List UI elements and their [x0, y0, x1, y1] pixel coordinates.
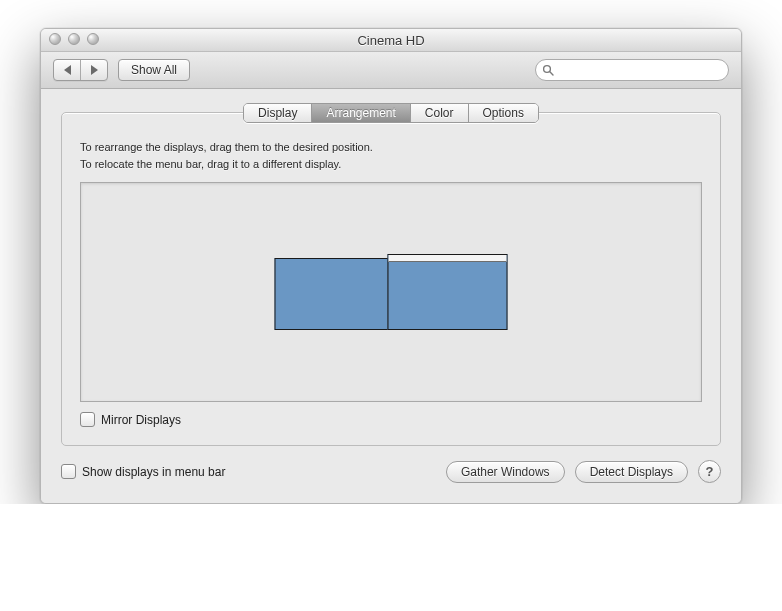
display-thumb-1[interactable] — [275, 258, 389, 330]
show-in-menubar-row[interactable]: Show displays in menu bar — [61, 464, 225, 479]
chevron-right-icon — [91, 65, 98, 75]
instruction-line: To rearrange the displays, drag them to … — [80, 139, 702, 156]
show-all-button[interactable]: Show All — [118, 59, 190, 81]
window-title: Cinema HD — [41, 33, 741, 48]
show-in-menubar-label: Show displays in menu bar — [82, 465, 225, 479]
search-field[interactable] — [535, 59, 729, 81]
prefs-window: Cinema HD Show All Display Arrangement C… — [40, 28, 742, 504]
chevron-left-icon — [64, 65, 71, 75]
forward-button[interactable] — [80, 60, 107, 80]
instruction-line: To relocate the menu bar, drag it to a d… — [80, 156, 702, 173]
nav-back-forward — [53, 59, 108, 81]
mirror-displays-row[interactable]: Mirror Displays — [80, 412, 702, 427]
svg-line-1 — [550, 72, 553, 75]
search-input[interactable] — [558, 63, 722, 77]
close-icon[interactable] — [49, 33, 61, 45]
tab-options[interactable]: Options — [468, 104, 538, 122]
monitors-group — [275, 254, 508, 330]
footer-row: Show displays in menu bar Gather Windows… — [61, 460, 721, 483]
show-in-menubar-checkbox[interactable] — [61, 464, 76, 479]
mirror-displays-checkbox[interactable] — [80, 412, 95, 427]
zoom-icon[interactable] — [87, 33, 99, 45]
instructions: To rearrange the displays, drag them to … — [80, 139, 702, 172]
help-button[interactable]: ? — [698, 460, 721, 483]
gather-windows-button[interactable]: Gather Windows — [446, 461, 565, 483]
detect-displays-button[interactable]: Detect Displays — [575, 461, 688, 483]
tab-strip: Display Arrangement Color Options — [61, 103, 721, 123]
menubar-handle[interactable] — [389, 255, 507, 262]
mirror-displays-label: Mirror Displays — [101, 413, 181, 427]
titlebar[interactable]: Cinema HD — [41, 29, 741, 52]
display-thumb-2[interactable] — [388, 254, 508, 330]
minimize-icon[interactable] — [68, 33, 80, 45]
toolbar: Show All — [41, 52, 741, 89]
tab-arrangement[interactable]: Arrangement — [311, 104, 409, 122]
tab-color[interactable]: Color — [410, 104, 468, 122]
search-icon — [542, 64, 554, 76]
arrangement-panel: To rearrange the displays, drag them to … — [61, 112, 721, 446]
arrangement-canvas[interactable] — [80, 182, 702, 402]
tab-display[interactable]: Display — [244, 104, 311, 122]
content-area: Display Arrangement Color Options To rea… — [41, 89, 741, 503]
window-controls — [49, 33, 99, 45]
back-button[interactable] — [54, 60, 80, 80]
